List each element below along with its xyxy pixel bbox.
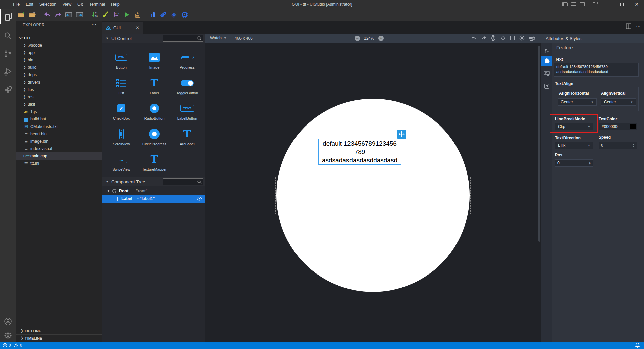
textdirection-select[interactable]: LTR▼ — [555, 142, 593, 149]
timeline-section[interactable]: ❯ TIMELINE — [16, 334, 102, 342]
menu-selection[interactable]: Selection — [36, 0, 59, 9]
textcolor-input[interactable]: #000000 — [599, 123, 637, 130]
text-value-input[interactable]: default 123456789123456789 asdsadasdasda… — [554, 63, 639, 77]
tree-folder-deps[interactable]: ❯deps — [16, 71, 102, 79]
component-radiobutton[interactable]: RadioButton — [138, 98, 171, 123]
menu-view[interactable]: View — [59, 0, 74, 9]
device-select[interactable]: Watch ▼ — [210, 36, 227, 40]
tree-folder-drivers[interactable]: ❯drivers — [16, 79, 102, 86]
component-circleprogress[interactable]: CircleProgress — [138, 123, 171, 149]
chip-button[interactable] — [180, 10, 190, 19]
tree-folder-app[interactable]: ❯app — [16, 49, 102, 56]
tree-file-buildbat[interactable]: build.bat — [16, 115, 102, 123]
open-folder-button[interactable] — [28, 10, 37, 19]
component-texturemapper[interactable]: T TextureMapper — [138, 149, 171, 174]
watch-preview-icon[interactable] — [491, 35, 496, 41]
component-labelbutton[interactable]: TEXT LabelButton — [171, 98, 204, 123]
component-image[interactable]: Image — [138, 47, 171, 72]
redo-icon[interactable] — [481, 36, 487, 41]
activity-extensions[interactable] — [0, 83, 16, 97]
component-progress[interactable]: Progress — [171, 47, 204, 72]
align-horizontal-select[interactable]: Center▼ — [558, 98, 597, 106]
linebreakmode-select[interactable]: Clip▼ — [555, 123, 593, 130]
tree-file-maincpp[interactable]: C⁺⁺main.cpp — [16, 152, 102, 160]
undo-icon[interactable] — [471, 36, 477, 41]
tree-file-heartbin[interactable]: ≡heart.bin — [16, 130, 102, 138]
canvas-scrollbar[interactable] — [538, 46, 540, 242]
sort-lines-button[interactable]: 0110 — [90, 10, 99, 19]
menu-edit[interactable]: Edit — [23, 0, 36, 9]
activity-explorer[interactable] — [0, 9, 16, 24]
settings-gears-button[interactable] — [159, 10, 168, 19]
tree-file-1js[interactable]: JS1.js — [16, 108, 102, 115]
export-view-button[interactable] — [75, 10, 84, 19]
tree-file-imagebin[interactable]: ≡image.bin — [16, 138, 102, 145]
import-view-button[interactable] — [64, 10, 73, 19]
settings-button[interactable] — [0, 328, 16, 343]
layout-swap-icon[interactable] — [529, 36, 535, 41]
move-handle[interactable] — [397, 130, 406, 139]
tab-info[interactable]: i — [541, 68, 552, 79]
eye-icon[interactable] — [197, 197, 202, 201]
customize-layout-icon[interactable] — [593, 2, 598, 6]
component-checkbox[interactable]: ✓ CheckBox — [105, 98, 138, 123]
color-swatch[interactable] — [630, 124, 636, 129]
tree-folder-bin[interactable]: ❯bin — [16, 56, 102, 64]
canvas-viewport[interactable]: default 123456789123456 789 asdsadasdasd… — [205, 43, 541, 342]
component-togglebutton[interactable]: ToggleButton — [171, 72, 204, 98]
close-button[interactable]: ✕ — [629, 0, 644, 9]
run-button[interactable] — [122, 10, 131, 19]
deploy-button[interactable] — [133, 10, 142, 19]
component-arclabel[interactable]: T ArcLabel — [171, 123, 204, 149]
tree-file-cmakelists[interactable]: MCMakeLists.txt — [16, 123, 102, 130]
format-clean-button[interactable] — [101, 10, 110, 19]
notifications-bell[interactable] — [635, 343, 640, 348]
link-edit-icon[interactable] — [500, 35, 506, 41]
tree-node-label1[interactable]: Label - "label1" — [102, 195, 205, 203]
zoom-out-button[interactable]: − — [355, 36, 360, 41]
minimize-button[interactable]: — — [600, 0, 614, 9]
layout-panel-icon[interactable] — [571, 2, 576, 6]
activity-search[interactable] — [0, 28, 16, 43]
component-swipeview[interactable]: ... SwipeView — [105, 149, 138, 174]
redo-button[interactable] — [53, 10, 63, 19]
component-list[interactable]: List — [105, 72, 138, 98]
activity-source-control[interactable] — [0, 46, 16, 61]
component-label-item[interactable]: T Label — [138, 72, 171, 98]
tree-folder-libs[interactable]: ❯libs — [16, 86, 102, 93]
tree-node-root[interactable]: ▼ Root - "root" — [102, 187, 205, 195]
component-scrollview[interactable]: ▲▼ ScrollView — [105, 123, 138, 149]
menu-file[interactable]: File — [10, 0, 23, 9]
component-button[interactable]: BTN Button — [105, 47, 138, 72]
ui-control-header[interactable]: ▼ UI Control — [102, 34, 205, 43]
theme-brightness-icon[interactable] — [519, 35, 525, 41]
speed-input[interactable]: 0 ▲▼ — [599, 142, 637, 149]
activity-run-debug[interactable] — [0, 64, 16, 79]
ui-control-search-input[interactable] — [163, 35, 203, 42]
align-vertical-select[interactable]: Center▼ — [601, 98, 636, 106]
account-button[interactable] — [0, 314, 16, 329]
select-frame-icon[interactable] — [510, 36, 515, 40]
more-actions-icon[interactable]: ⋯ — [91, 21, 96, 28]
tab-hierarchy[interactable] — [541, 46, 552, 56]
component-tree-header[interactable]: ▼ Component Tree — [102, 177, 205, 186]
component-tree-search-input[interactable] — [163, 178, 203, 185]
menu-help[interactable]: Help — [108, 0, 123, 9]
pos-input[interactable]: 0 ▲▼ — [555, 159, 593, 167]
tree-folder-uikit[interactable]: ❯uikit — [16, 101, 102, 108]
layout-sidebar-left-icon[interactable] — [562, 2, 568, 6]
tree-folder-res[interactable]: ❯res — [16, 93, 102, 101]
tree-folder-build[interactable]: ❯build — [16, 64, 102, 71]
menu-terminal[interactable]: Terminal — [86, 0, 108, 9]
editor-more-icon[interactable]: ⋯ — [636, 23, 641, 29]
label1-widget[interactable]: default 123456789123456 789 asdsadasdasd… — [318, 139, 401, 165]
undo-button[interactable] — [43, 10, 52, 19]
tab-gui[interactable]: GUI ✕ — [102, 22, 143, 34]
visual-format-button[interactable]: ◈ — [169, 10, 179, 19]
problems-indicator[interactable]: 0 0 — [3, 343, 22, 348]
tab-feature[interactable] — [541, 56, 552, 66]
tree-folder-vscode[interactable]: ❯.vscode — [16, 42, 102, 49]
stepper-arrows[interactable]: ▲▼ — [632, 144, 635, 147]
tree-file-indexvisual[interactable]: ≡index.visual — [16, 145, 102, 152]
tab-close-icon[interactable]: ✕ — [136, 25, 139, 30]
